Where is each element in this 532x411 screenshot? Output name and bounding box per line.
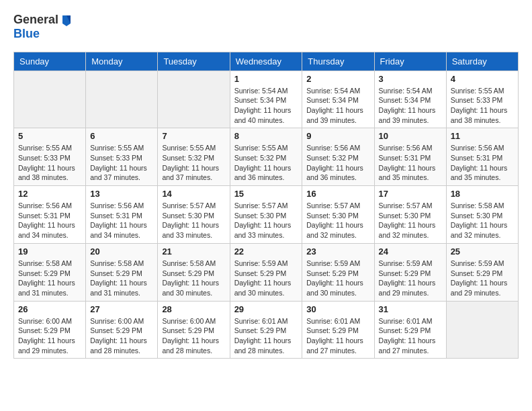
day-info: Sunrise: 5:55 AM Sunset: 5:32 PM Dayligh… [162, 143, 225, 183]
day-number: 17 [379, 189, 442, 199]
day-number: 21 [162, 246, 225, 257]
day-info: Sunrise: 5:58 AM Sunset: 5:29 PM Dayligh… [90, 259, 153, 298]
day-number: 12 [18, 189, 81, 199]
day-info: Sunrise: 5:57 AM Sunset: 5:30 PM Dayligh… [379, 201, 442, 240]
day-number: 24 [379, 246, 442, 257]
calendar-cell: 2Sunrise: 5:54 AM Sunset: 5:34 PM Daylig… [302, 71, 374, 128]
day-info: Sunrise: 6:01 AM Sunset: 5:29 PM Dayligh… [306, 316, 369, 356]
calendar-cell: 15Sunrise: 5:57 AM Sunset: 5:30 PM Dayli… [230, 186, 302, 244]
day-info: Sunrise: 5:57 AM Sunset: 5:30 PM Dayligh… [306, 201, 369, 240]
day-number: 6 [90, 131, 153, 141]
day-info: Sunrise: 5:56 AM Sunset: 5:31 PM Dayligh… [451, 143, 514, 183]
day-number: 20 [90, 246, 153, 257]
calendar-cell: 5Sunrise: 5:55 AM Sunset: 5:33 PM Daylig… [14, 128, 86, 186]
day-header-saturday: Saturday [446, 52, 518, 71]
day-info: Sunrise: 5:54 AM Sunset: 5:34 PM Dayligh… [306, 86, 369, 126]
day-info: Sunrise: 5:55 AM Sunset: 5:33 PM Dayligh… [90, 143, 153, 183]
calendar: SundayMondayTuesdayWednesdayThursdayFrid… [13, 52, 519, 359]
day-info: Sunrise: 6:00 AM Sunset: 5:29 PM Dayligh… [18, 316, 81, 356]
calendar-cell: 6Sunrise: 5:55 AM Sunset: 5:33 PM Daylig… [86, 128, 158, 186]
calendar-cell: 8Sunrise: 5:55 AM Sunset: 5:32 PM Daylig… [230, 128, 302, 186]
day-info: Sunrise: 6:00 AM Sunset: 5:29 PM Dayligh… [162, 316, 225, 356]
day-number: 10 [379, 131, 442, 141]
calendar-cell: 13Sunrise: 5:56 AM Sunset: 5:31 PM Dayli… [86, 186, 158, 244]
day-number: 8 [234, 131, 298, 141]
day-info: Sunrise: 5:56 AM Sunset: 5:31 PM Dayligh… [90, 201, 153, 240]
logo: General Blue [13, 13, 73, 41]
day-number: 1 [234, 74, 298, 84]
day-header-friday: Friday [374, 52, 446, 71]
day-info: Sunrise: 5:58 AM Sunset: 5:29 PM Dayligh… [162, 259, 225, 298]
day-header-tuesday: Tuesday [158, 52, 230, 71]
day-header-monday: Monday [86, 52, 158, 71]
week-row-1: 5Sunrise: 5:55 AM Sunset: 5:33 PM Daylig… [14, 128, 519, 186]
week-row-4: 26Sunrise: 6:00 AM Sunset: 5:29 PM Dayli… [14, 301, 519, 359]
day-number: 27 [90, 304, 153, 314]
day-number: 22 [234, 246, 298, 257]
calendar-cell: 12Sunrise: 5:56 AM Sunset: 5:31 PM Dayli… [14, 186, 86, 244]
calendar-cell: 22Sunrise: 5:59 AM Sunset: 5:29 PM Dayli… [230, 243, 302, 301]
day-info: Sunrise: 5:56 AM Sunset: 5:31 PM Dayligh… [379, 143, 442, 183]
day-number: 5 [18, 131, 81, 141]
day-info: Sunrise: 5:56 AM Sunset: 5:31 PM Dayligh… [18, 201, 81, 240]
header-row: SundayMondayTuesdayWednesdayThursdayFrid… [14, 52, 519, 71]
day-info: Sunrise: 5:54 AM Sunset: 5:34 PM Dayligh… [379, 86, 442, 126]
day-number: 7 [162, 131, 225, 141]
day-number: 29 [234, 304, 298, 314]
calendar-cell: 28Sunrise: 6:00 AM Sunset: 5:29 PM Dayli… [158, 301, 230, 359]
calendar-cell: 30Sunrise: 6:01 AM Sunset: 5:29 PM Dayli… [302, 301, 374, 359]
day-info: Sunrise: 5:59 AM Sunset: 5:29 PM Dayligh… [306, 259, 369, 298]
calendar-cell: 27Sunrise: 6:00 AM Sunset: 5:29 PM Dayli… [86, 301, 158, 359]
day-number: 26 [18, 304, 81, 314]
calendar-cell: 9Sunrise: 5:56 AM Sunset: 5:32 PM Daylig… [302, 128, 374, 186]
calendar-cell: 23Sunrise: 5:59 AM Sunset: 5:29 PM Dayli… [302, 243, 374, 301]
day-number: 25 [451, 246, 514, 257]
calendar-cell: 1Sunrise: 5:54 AM Sunset: 5:34 PM Daylig… [230, 71, 302, 128]
calendar-cell: 17Sunrise: 5:57 AM Sunset: 5:30 PM Dayli… [374, 186, 446, 244]
day-info: Sunrise: 5:57 AM Sunset: 5:30 PM Dayligh… [234, 201, 298, 240]
day-number: 4 [451, 74, 514, 84]
calendar-cell [14, 71, 86, 128]
week-row-2: 12Sunrise: 5:56 AM Sunset: 5:31 PM Dayli… [14, 186, 519, 244]
week-row-3: 19Sunrise: 5:58 AM Sunset: 5:29 PM Dayli… [14, 243, 519, 301]
day-number: 15 [234, 189, 298, 199]
day-info: Sunrise: 6:01 AM Sunset: 5:29 PM Dayligh… [234, 316, 298, 356]
calendar-cell: 11Sunrise: 5:56 AM Sunset: 5:31 PM Dayli… [446, 128, 518, 186]
calendar-cell: 31Sunrise: 6:01 AM Sunset: 5:29 PM Dayli… [374, 301, 446, 359]
day-number: 14 [162, 189, 225, 199]
day-info: Sunrise: 5:59 AM Sunset: 5:29 PM Dayligh… [379, 259, 442, 298]
day-info: Sunrise: 5:59 AM Sunset: 5:29 PM Dayligh… [451, 259, 514, 298]
calendar-cell: 14Sunrise: 5:57 AM Sunset: 5:30 PM Dayli… [158, 186, 230, 244]
calendar-cell: 20Sunrise: 5:58 AM Sunset: 5:29 PM Dayli… [86, 243, 158, 301]
day-header-wednesday: Wednesday [230, 52, 302, 71]
day-number: 19 [18, 246, 81, 257]
day-info: Sunrise: 5:59 AM Sunset: 5:29 PM Dayligh… [234, 259, 298, 298]
day-number: 2 [306, 74, 369, 84]
day-header-thursday: Thursday [302, 52, 374, 71]
calendar-cell [446, 301, 518, 359]
day-info: Sunrise: 5:55 AM Sunset: 5:33 PM Dayligh… [451, 86, 514, 126]
day-number: 9 [306, 131, 369, 141]
day-number: 18 [451, 189, 514, 199]
day-number: 23 [306, 246, 369, 257]
logo-blue: Blue [13, 27, 40, 40]
calendar-cell: 10Sunrise: 5:56 AM Sunset: 5:31 PM Dayli… [374, 128, 446, 186]
day-info: Sunrise: 5:57 AM Sunset: 5:30 PM Dayligh… [162, 201, 225, 240]
calendar-cell: 29Sunrise: 6:01 AM Sunset: 5:29 PM Dayli… [230, 301, 302, 359]
day-number: 11 [451, 131, 514, 141]
header: General Blue [13, 13, 519, 41]
logo-general: General [13, 13, 58, 26]
calendar-cell: 3Sunrise: 5:54 AM Sunset: 5:34 PM Daylig… [374, 71, 446, 128]
calendar-cell [158, 71, 230, 128]
calendar-cell: 18Sunrise: 5:58 AM Sunset: 5:30 PM Dayli… [446, 186, 518, 244]
calendar-cell: 7Sunrise: 5:55 AM Sunset: 5:32 PM Daylig… [158, 128, 230, 186]
calendar-cell: 19Sunrise: 5:58 AM Sunset: 5:29 PM Dayli… [14, 243, 86, 301]
calendar-cell: 24Sunrise: 5:59 AM Sunset: 5:29 PM Dayli… [374, 243, 446, 301]
calendar-cell: 4Sunrise: 5:55 AM Sunset: 5:33 PM Daylig… [446, 71, 518, 128]
day-info: Sunrise: 5:58 AM Sunset: 5:29 PM Dayligh… [18, 259, 81, 298]
calendar-cell: 25Sunrise: 5:59 AM Sunset: 5:29 PM Dayli… [446, 243, 518, 301]
day-info: Sunrise: 6:00 AM Sunset: 5:29 PM Dayligh… [90, 316, 153, 356]
day-info: Sunrise: 5:54 AM Sunset: 5:34 PM Dayligh… [234, 86, 298, 126]
day-info: Sunrise: 5:55 AM Sunset: 5:33 PM Dayligh… [18, 143, 81, 183]
day-number: 3 [379, 74, 442, 84]
